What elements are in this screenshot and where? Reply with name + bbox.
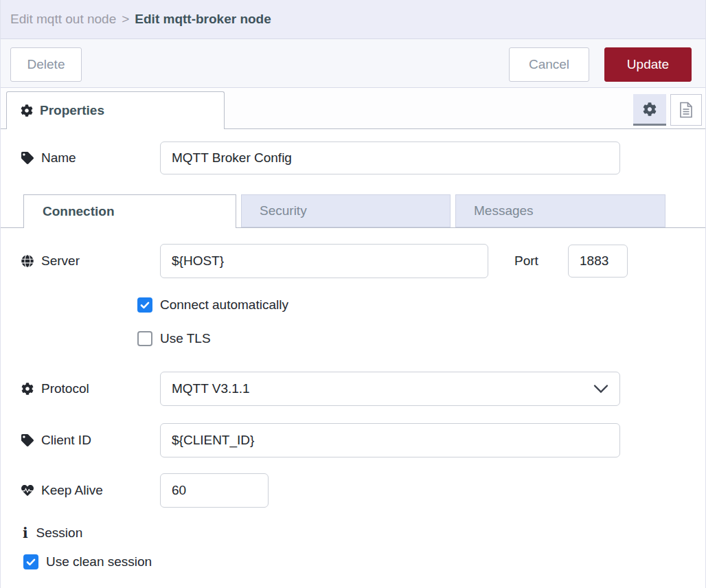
tab-messages[interactable]: Messages	[455, 194, 665, 227]
tab-security[interactable]: Security	[241, 194, 451, 227]
editor-tabbar: Properties	[1, 88, 705, 129]
tab-properties-label: Properties	[40, 103, 104, 118]
clean-session-label[interactable]: Use clean session	[46, 554, 152, 569]
page-title: Edit mqtt-broker node	[135, 12, 271, 27]
keep-alive-label: Keep Alive	[21, 473, 103, 508]
properties-view-button[interactable]	[633, 94, 666, 126]
connect-automatically-label[interactable]: Connect automatically	[160, 297, 288, 313]
protocol-label: Protocol	[21, 372, 89, 406]
tag-icon	[21, 434, 34, 446]
file-text-icon	[679, 102, 693, 118]
chevron-down-icon	[593, 384, 608, 394]
tab-properties[interactable]: Properties	[6, 91, 225, 129]
port-label: Port	[514, 244, 538, 278]
gear-icon	[21, 104, 33, 117]
client-id-input[interactable]	[160, 423, 620, 457]
gear-icon	[643, 102, 657, 116]
clean-session-checkbox[interactable]	[23, 554, 38, 569]
server-label: Server	[21, 244, 80, 278]
check-icon	[139, 299, 150, 310]
name-input[interactable]	[160, 142, 620, 174]
delete-button[interactable]: Delete	[10, 47, 82, 82]
globe-icon	[21, 255, 34, 267]
protocol-select-value: MQTT V3.1.1	[172, 381, 250, 396]
keep-alive-input[interactable]	[160, 473, 269, 508]
gear-icon	[21, 383, 34, 395]
use-tls-checkbox[interactable]	[137, 331, 152, 346]
breadcrumb: Edit mqtt out node > Edit mqtt-broker no…	[1, 0, 705, 39]
info-icon: i	[23, 526, 28, 540]
client-id-label: Client ID	[21, 423, 91, 457]
connect-automatically-checkbox[interactable]	[137, 297, 152, 313]
check-icon	[25, 556, 36, 567]
use-tls-row: Use TLS	[137, 331, 211, 346]
breadcrumb-parent: Edit mqtt out node	[10, 12, 116, 27]
port-input[interactable]	[568, 245, 628, 278]
breadcrumb-separator: >	[122, 12, 129, 27]
connect-automatically-row: Connect automatically	[137, 297, 288, 313]
update-button[interactable]: Update	[604, 47, 692, 82]
tab-connection[interactable]: Connection	[23, 194, 236, 228]
tag-icon	[21, 152, 34, 164]
session-header: i Session	[23, 523, 82, 543]
heartbeat-icon	[21, 484, 34, 497]
session-label: Session	[36, 525, 83, 541]
dialog-toolbar: Delete Cancel Update	[1, 39, 705, 88]
protocol-select[interactable]: MQTT V3.1.1	[160, 372, 620, 406]
use-tls-label[interactable]: Use TLS	[160, 331, 211, 346]
cancel-button[interactable]: Cancel	[509, 47, 589, 82]
clean-session-row: Use clean session	[23, 554, 152, 569]
server-input[interactable]	[160, 244, 488, 278]
edit-mqtt-broker-dialog: Edit mqtt out node > Edit mqtt-broker no…	[0, 0, 706, 588]
name-label: Name	[21, 141, 76, 175]
description-view-button[interactable]	[670, 94, 702, 126]
